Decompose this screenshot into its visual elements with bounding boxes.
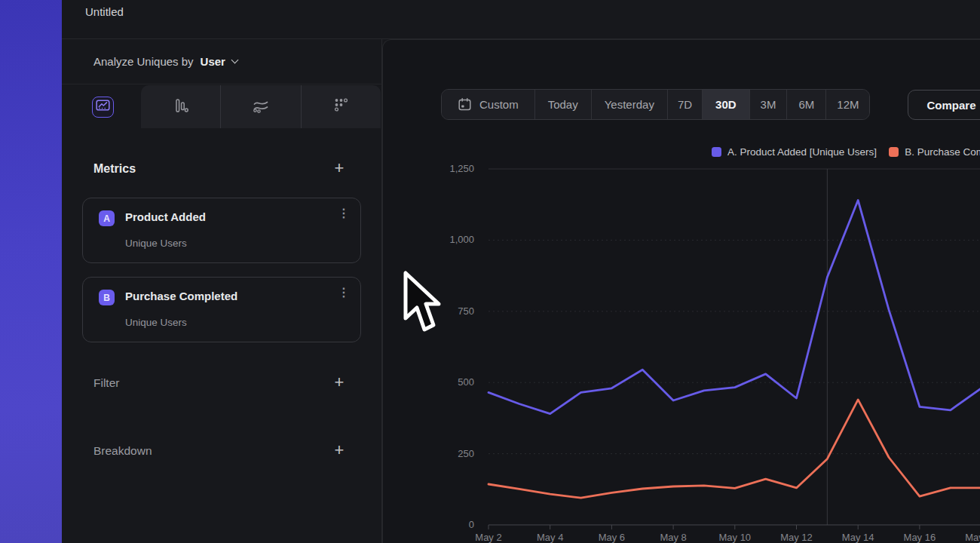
metric-options-icon[interactable]: ⋮	[337, 209, 351, 225]
legend-swatch	[712, 147, 721, 157]
tab-funnels[interactable]	[141, 85, 220, 128]
range-7d[interactable]: 7D	[667, 90, 702, 119]
legend-item-a[interactable]: A. Product Added [Unique Users]	[712, 146, 877, 158]
chevron-down-icon	[231, 57, 238, 64]
date-range-picker: CustomTodayYesterday7D30D3M6M12M	[441, 89, 870, 120]
metric-options-icon[interactable]: ⋮	[337, 288, 351, 305]
chart-panel: CustomTodayYesterday7D30D3M6M12M Compare…	[382, 39, 980, 543]
query-sidebar: Analyze Uniques by User	[62, 39, 382, 543]
metric-card-b[interactable]: BPurchase Completed⋮Unique Users	[82, 277, 361, 342]
flows-waves-icon	[252, 97, 270, 117]
range-yesterday[interactable]: Yesterday	[591, 90, 667, 119]
metric-measure: Unique Users	[125, 317, 187, 328]
metric-letter-badge: B	[99, 290, 115, 305]
range-label: Custom	[479, 98, 519, 111]
section-filter: Filter+	[62, 376, 381, 396]
insights-chart-icon	[96, 99, 110, 116]
add-metric-button[interactable]: +	[330, 159, 348, 177]
tab-insights[interactable]	[92, 97, 114, 118]
metric-name: Product Added	[125, 210, 206, 223]
section-label: Filter	[93, 376, 119, 390]
range-label: 30D	[715, 98, 737, 111]
tab-retention[interactable]	[301, 85, 381, 128]
metric-name: Purchase Completed	[125, 290, 237, 302]
analyze-by-dropdown[interactable]: User	[201, 55, 225, 68]
range-label: 12M	[837, 98, 859, 111]
range-6m[interactable]: 6M	[786, 90, 825, 119]
legend-swatch	[889, 147, 899, 157]
analyze-row: Analyze Uniques by User	[62, 39, 381, 84]
title-bar: Untitled	[62, 0, 980, 39]
background-gradient-strip	[0, 0, 62, 543]
series-line-a[interactable]	[488, 201, 980, 414]
range-12m[interactable]: 12M	[825, 90, 869, 119]
range-3m[interactable]: 3M	[749, 90, 787, 119]
metrics-header: Metrics +	[62, 162, 381, 182]
add-filter-button[interactable]: +	[330, 373, 348, 391]
compare-button[interactable]: Compare	[908, 90, 980, 120]
funnels-bars-icon	[173, 97, 189, 117]
analyze-label: Analyze Uniques by	[93, 55, 194, 68]
metric-letter-badge: A	[99, 210, 115, 226]
screen: Untitled Analyze Uniques by User	[0, 0, 980, 543]
line-chart[interactable]	[442, 159, 980, 540]
legend-item-b[interactable]: B. Purchase Completed [Unique Users]	[889, 146, 980, 158]
retention-dots-icon	[333, 97, 349, 116]
range-label: 6M	[798, 98, 814, 111]
legend-label: B. Purchase Completed [Unique Users]	[905, 146, 980, 158]
chart-legend: A. Product Added [Unique Users]B. Purcha…	[712, 146, 980, 158]
calendar-icon	[458, 97, 472, 112]
series-line-b[interactable]	[488, 400, 980, 498]
app-window: Untitled Analyze Uniques by User	[62, 0, 980, 543]
section-breakdown: Breakdown+	[62, 444, 381, 464]
add-breakdown-button[interactable]: +	[330, 441, 348, 459]
section-label: Breakdown	[93, 444, 152, 458]
range-label: 3M	[761, 98, 776, 111]
metric-card-a[interactable]: AProduct Added⋮Unique Users	[82, 198, 361, 263]
report-type-tabs	[62, 84, 381, 128]
report-title[interactable]: Untitled	[85, 5, 124, 18]
metrics-heading: Metrics	[93, 162, 136, 176]
tab-flows[interactable]	[220, 85, 300, 128]
report-type-tab-group	[141, 85, 381, 128]
mouse-cursor	[401, 270, 442, 336]
range-30d[interactable]: 30D	[702, 90, 749, 119]
metric-measure: Unique Users	[125, 238, 187, 249]
legend-label: A. Product Added [Unique Users]	[727, 146, 877, 158]
range-today[interactable]: Today	[534, 90, 591, 119]
range-label: 7D	[678, 98, 692, 111]
range-label: Yesterday	[605, 98, 654, 111]
range-custom[interactable]: Custom	[442, 90, 534, 119]
range-label: Today	[548, 98, 578, 111]
